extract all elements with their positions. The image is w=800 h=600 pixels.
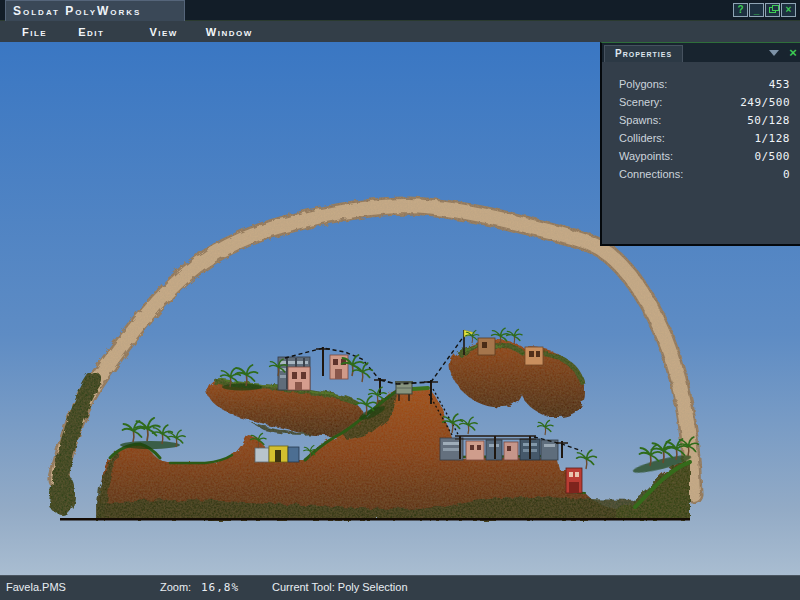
stat-label: Polygons: bbox=[619, 78, 667, 90]
menu-file[interactable]: File bbox=[22, 26, 47, 38]
stat-value: 1/128 bbox=[754, 132, 790, 145]
stat-label: Colliders: bbox=[619, 132, 665, 144]
close-icon[interactable]: × bbox=[786, 44, 800, 61]
menu-edit[interactable]: Edit bbox=[78, 26, 104, 38]
help-button[interactable]: ? bbox=[733, 3, 748, 17]
window-controls: ? _ × bbox=[733, 3, 796, 17]
building-brown bbox=[478, 338, 495, 355]
stat-row-spawns: Spawns: 50/128 bbox=[602, 111, 800, 129]
stat-value: 249/500 bbox=[740, 96, 790, 109]
help-icon: ? bbox=[737, 4, 743, 15]
stat-label: Scenery: bbox=[619, 96, 662, 108]
maximize-icon bbox=[769, 7, 776, 13]
building-red bbox=[566, 468, 582, 493]
window-title: Soldat PolyWorks bbox=[13, 4, 141, 18]
minimize-button[interactable]: _ bbox=[749, 3, 764, 17]
title-tab: Soldat PolyWorks bbox=[5, 0, 185, 21]
stat-label: Connections: bbox=[619, 168, 683, 180]
status-bar: Favela.PMS Zoom: 16,8% Current Tool: Pol… bbox=[0, 575, 800, 600]
properties-header[interactable]: Properties × bbox=[602, 43, 800, 62]
properties-body: Polygons: 453 Scenery: 249/500 Spawns: 5… bbox=[602, 62, 800, 183]
stat-value: 0/500 bbox=[754, 150, 790, 163]
stat-value: 50/128 bbox=[747, 114, 790, 127]
stat-row-connections: Connections: 0 bbox=[602, 165, 800, 183]
stat-label: Waypoints: bbox=[619, 150, 673, 162]
zoom-value: 16,8% bbox=[201, 581, 239, 594]
minimize-icon: _ bbox=[754, 4, 760, 15]
stat-row-scenery: Scenery: 249/500 bbox=[602, 93, 800, 111]
stat-row-waypoints: Waypoints: 0/500 bbox=[602, 147, 800, 165]
close-button[interactable]: × bbox=[781, 3, 796, 17]
properties-panel: Properties × Polygons: 453 Scenery: 249/… bbox=[600, 42, 800, 246]
current-tool: Current Tool: Poly Selection bbox=[272, 581, 408, 593]
chevron-down-icon[interactable] bbox=[769, 50, 779, 56]
stat-row-colliders: Colliders: 1/128 bbox=[602, 129, 800, 147]
zoom-label: Zoom: bbox=[160, 581, 191, 593]
close-icon: × bbox=[786, 4, 792, 15]
menu-view[interactable]: View bbox=[149, 26, 177, 38]
stat-row-polygons: Polygons: 453 bbox=[602, 75, 800, 93]
stat-value: 453 bbox=[769, 78, 790, 91]
menu-bar: File Edit View Window bbox=[0, 21, 800, 42]
title-bar: Soldat PolyWorks ? _ × bbox=[0, 0, 800, 21]
menu-window[interactable]: Window bbox=[206, 26, 253, 38]
building-street-row bbox=[440, 438, 558, 460]
maximize-button[interactable] bbox=[765, 3, 780, 17]
properties-tab[interactable]: Properties bbox=[604, 45, 683, 62]
polyworks-window: Soldat PolyWorks ? _ × File Edit View Wi… bbox=[0, 0, 800, 600]
building-yellow bbox=[255, 446, 299, 462]
stat-label: Spawns: bbox=[619, 114, 661, 126]
building-orange bbox=[525, 347, 543, 365]
filename: Favela.PMS bbox=[6, 581, 66, 593]
properties-title: Properties bbox=[615, 48, 672, 59]
building-pink-front bbox=[288, 367, 310, 390]
stat-value: 0 bbox=[783, 168, 790, 181]
